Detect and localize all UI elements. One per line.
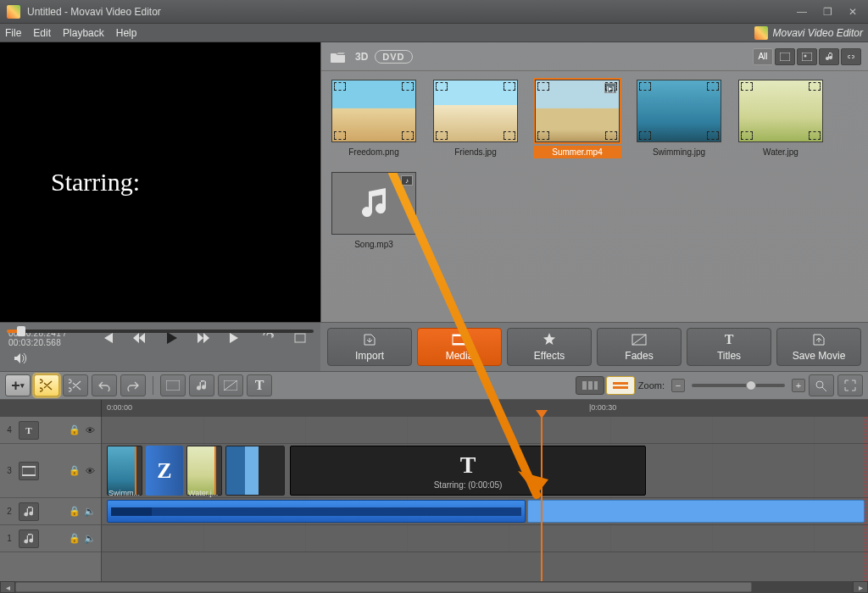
insert-fade-button[interactable]: [218, 374, 243, 396]
mid-row: 00:00:28.241 / 00:03:20.568 Import: [0, 322, 868, 371]
eye-icon[interactable]: 👁: [84, 465, 96, 477]
view-all-button[interactable]: All: [753, 48, 773, 65]
menu-edit[interactable]: Edit: [33, 27, 51, 39]
zoom-knob[interactable]: [746, 380, 756, 391]
insert-image-button[interactable]: [160, 374, 186, 396]
insert-audio-button[interactable]: [189, 374, 214, 396]
expand-button[interactable]: [837, 374, 863, 396]
timeline-scrollbar[interactable]: ◂ ▸: [0, 581, 868, 593]
transport-panel: 00:00:28.241 / 00:03:20.568: [0, 322, 320, 371]
eye-icon[interactable]: 👁: [84, 424, 96, 436]
tab-effects[interactable]: Effects: [507, 328, 592, 366]
title-track-icon: T: [19, 421, 39, 440]
tab-import[interactable]: Import: [327, 328, 412, 366]
svg-rect-13: [594, 381, 598, 390]
maximize-button[interactable]: ❐: [815, 4, 839, 19]
preview-video[interactable]: Starring:: [0, 42, 320, 322]
zoom-in-button[interactable]: +: [792, 379, 805, 392]
close-button[interactable]: ✕: [841, 4, 865, 19]
svg-rect-11: [582, 381, 587, 390]
menu-playback[interactable]: Playback: [63, 27, 104, 39]
tab-media[interactable]: Media: [417, 328, 502, 366]
clip-video-summer[interactable]: [225, 446, 285, 496]
svg-rect-9: [166, 380, 180, 391]
seek-knob[interactable]: [17, 326, 25, 336]
import-icon: [362, 332, 377, 347]
ruler-tick: 0:00:00: [107, 403, 132, 412]
scroll-left-button[interactable]: ◂: [0, 581, 15, 593]
mute-icon[interactable]: 🔈: [84, 506, 96, 518]
zoom-fit-button[interactable]: [809, 374, 834, 396]
track-1-audio[interactable]: [102, 525, 868, 552]
open-folder-button[interactable]: [328, 48, 348, 65]
zoom-out-button[interactable]: −: [671, 379, 685, 392]
tab-titles[interactable]: T Titles: [687, 328, 771, 366]
music-note-icon: [357, 186, 391, 220]
track-head-3[interactable]: 3 🔒👁: [0, 444, 101, 498]
media-icon: [452, 332, 467, 347]
split-button[interactable]: [34, 374, 59, 396]
media-item[interactable]: Freedom.png: [330, 80, 418, 158]
seek-bar[interactable]: [0, 323, 320, 329]
svg-rect-15: [613, 386, 628, 389]
scroll-thumb[interactable]: [15, 582, 752, 592]
clip-audio-song-a[interactable]: [107, 500, 526, 523]
track-4-titles[interactable]: [102, 417, 868, 444]
tab-fades[interactable]: Fades: [597, 328, 682, 366]
lock-icon[interactable]: 🔒: [69, 465, 81, 477]
module-tabs: Import Media Effects Fades T Titles Save…: [320, 322, 868, 371]
minimize-button[interactable]: —: [790, 4, 814, 19]
view-link-button[interactable]: [841, 48, 861, 65]
three-d-toggle[interactable]: 3D: [355, 51, 368, 63]
track-3-video[interactable]: Swimm... Z Water.j... T Starring: (0:00:…: [102, 444, 868, 498]
svg-point-16: [816, 381, 823, 388]
svg-rect-4: [295, 334, 305, 342]
scroll-right-button[interactable]: ▸: [853, 581, 868, 593]
lock-icon[interactable]: 🔒: [69, 533, 81, 545]
volume-button[interactable]: [8, 349, 32, 368]
lock-icon[interactable]: 🔒: [69, 506, 81, 518]
dvd-button[interactable]: DVD: [375, 50, 412, 64]
title-bar[interactable]: Untitled - Movavi Video Editor — ❐ ✕: [0, 0, 868, 24]
zoom-slider[interactable]: [692, 384, 785, 387]
view-image-button[interactable]: [797, 48, 817, 65]
storyboard-view-button[interactable]: [576, 376, 604, 395]
track-head-1[interactable]: 1 🔒🔈: [0, 525, 101, 552]
scissors-icon: [40, 379, 53, 392]
playhead[interactable]: [541, 417, 542, 581]
media-toolbar: 3D DVD All: [321, 42, 868, 71]
tab-save-movie[interactable]: Save Movie: [776, 328, 861, 366]
effects-icon: [542, 332, 556, 347]
track-head-4[interactable]: 4 T 🔒👁: [0, 417, 101, 444]
clip-title[interactable]: T Starring: (0:00:05): [290, 446, 646, 496]
media-item[interactable]: Swimming.jpg: [635, 80, 723, 158]
menu-help[interactable]: Help: [116, 27, 137, 39]
view-video-button[interactable]: [775, 48, 795, 65]
add-track-button[interactable]: +▾: [5, 374, 31, 396]
mute-icon[interactable]: 🔈: [84, 533, 96, 545]
undo-button[interactable]: [92, 374, 117, 396]
time-ruler[interactable]: 0:00:00 |0:00:30: [0, 400, 868, 417]
clip-label: Water.j...: [188, 489, 218, 497]
media-item-selected[interactable]: [▸] Summer.mp4: [533, 80, 621, 158]
insert-title-button[interactable]: T: [247, 374, 272, 396]
media-item-audio[interactable]: ♪ Song.mp3: [330, 172, 418, 251]
svg-rect-19: [22, 474, 36, 476]
media-grid[interactable]: Freedom.png Friends.jpg [▸] Summer.mp4: [321, 71, 868, 322]
lock-icon[interactable]: 🔒: [69, 424, 81, 436]
timeline-view-button[interactable]: [606, 376, 635, 395]
cut-button[interactable]: [63, 374, 88, 396]
media-item[interactable]: Water.jpg: [737, 80, 825, 158]
scissors-icon: [69, 379, 82, 392]
redo-button[interactable]: [120, 374, 146, 396]
media-item[interactable]: Friends.jpg: [431, 80, 520, 158]
upper-panels: Starring: 3D DVD All: [0, 42, 868, 322]
view-audio-button[interactable]: [819, 48, 839, 65]
track-head-2[interactable]: 2 🔒🔈: [0, 498, 101, 525]
track-area[interactable]: Swimm... Z Water.j... T Starring: (0:00:…: [102, 417, 868, 581]
clip-transition[interactable]: Z: [146, 446, 183, 496]
track-2-audio[interactable]: [102, 498, 868, 525]
svg-rect-1: [802, 53, 812, 61]
clip-audio-song-b[interactable]: [527, 500, 865, 523]
menu-file[interactable]: File: [5, 27, 21, 39]
